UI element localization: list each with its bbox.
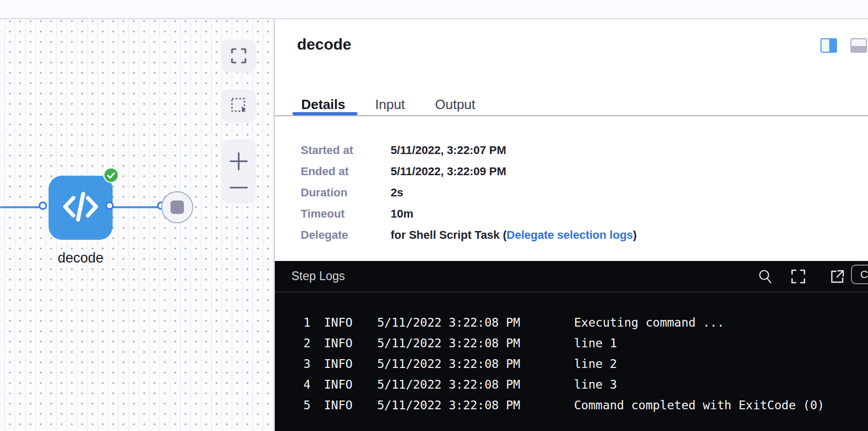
log-level: INFO	[324, 374, 377, 395]
detail-label: Ended at	[301, 161, 391, 182]
stop-icon	[171, 201, 184, 214]
open-in-new-icon[interactable]	[829, 268, 845, 285]
zoom-in-icon[interactable]	[228, 151, 249, 173]
detail-row: Timeout10m	[301, 203, 853, 224]
fit-view-button[interactable]	[222, 40, 256, 73]
log-message: line 3	[574, 374, 868, 395]
detail-value: 2s	[391, 182, 403, 203]
step-logs-console: Step Logs Co 1INFO	[275, 261, 868, 431]
tab-bottom-border	[275, 115, 868, 116]
fit-view-icon	[230, 47, 247, 66]
detail-value: 5/11/2022, 3:22:09 PM	[391, 161, 506, 182]
zoom-controls[interactable]	[222, 140, 256, 204]
top-bar	[0, 0, 868, 19]
log-line: 4INFO5/11/2022 3:22:08 PMline 3	[275, 374, 868, 395]
step-node-decode[interactable]	[49, 176, 113, 240]
log-gap	[311, 333, 324, 353]
log-line-number: 4	[290, 374, 311, 395]
log-line: 5INFO5/11/2022 3:22:08 PMCommand complet…	[275, 395, 868, 415]
log-line: 2INFO5/11/2022 3:22:08 PMline 1	[275, 333, 868, 353]
detail-value: 10m	[391, 203, 413, 224]
log-gap	[311, 374, 324, 395]
delegate-selection-logs-link[interactable]: Delegate selection logs	[507, 228, 633, 241]
detail-row: Started at5/11/2022, 3:22:07 PM	[301, 140, 853, 161]
log-gap	[311, 395, 324, 415]
detail-row: Delegatefor Shell Script Task (Delegate …	[301, 224, 853, 245]
detail-value: for Shell Script Task (Delegate selectio…	[391, 224, 637, 245]
log-gap	[311, 353, 324, 374]
bottom-pane-layout-icon[interactable]	[850, 38, 867, 53]
tab-details[interactable]: Details	[301, 97, 345, 113]
multi-select-icon	[230, 97, 247, 116]
port-node-right[interactable]	[105, 202, 114, 210]
right-pane-layout-icon[interactable]	[820, 38, 837, 53]
step-details-panel: decode Details Input Output Started at5/…	[275, 19, 868, 431]
log-level: INFO	[324, 353, 377, 374]
detail-label: Timeout	[301, 203, 391, 224]
log-level: INFO	[324, 312, 377, 333]
step-logs-header: Step Logs Co	[275, 261, 868, 293]
log-lines[interactable]: 1INFO5/11/2022 3:22:08 PMExecuting comma…	[275, 294, 868, 431]
search-icon[interactable]	[757, 268, 773, 285]
log-timestamp: 5/11/2022 3:22:08 PM	[377, 395, 574, 415]
node-label: decode	[50, 250, 112, 266]
log-line-number: 3	[290, 353, 311, 374]
detail-label: Duration	[301, 182, 391, 203]
log-message: line 1	[574, 333, 868, 353]
multi-select-button[interactable]	[222, 89, 256, 122]
log-level: INFO	[324, 333, 377, 353]
execution-step-view: decode	[0, 0, 868, 431]
detail-value: 5/11/2022, 3:22:07 PM	[391, 140, 506, 161]
log-timestamp: 5/11/2022 3:22:08 PM	[377, 374, 574, 395]
detail-row: Ended at5/11/2022, 3:22:09 PM	[301, 161, 853, 182]
step-logs-title: Step Logs	[291, 269, 345, 283]
zoom-out-icon[interactable]	[228, 184, 249, 192]
port-node-left[interactable]	[39, 202, 47, 210]
log-gap	[311, 312, 324, 333]
tab-input[interactable]: Input	[375, 97, 405, 113]
tab-output[interactable]: Output	[435, 97, 475, 113]
success-check-icon	[103, 167, 119, 183]
code-icon	[61, 190, 100, 226]
detail-row: Duration2s	[301, 182, 853, 203]
log-message: line 2	[574, 353, 868, 374]
console-view-button[interactable]: Co	[851, 265, 868, 284]
log-line-number: 5	[290, 395, 311, 415]
log-line-number: 1	[290, 312, 311, 333]
detail-label: Started at	[301, 140, 391, 161]
log-line: 1INFO5/11/2022 3:22:08 PMExecuting comma…	[275, 312, 868, 333]
edge-incoming	[0, 206, 44, 208]
details-table: Started at5/11/2022, 3:22:07 PMEnded at5…	[301, 140, 853, 245]
pipeline-canvas[interactable]: decode	[0, 19, 274, 431]
log-timestamp: 5/11/2022 3:22:08 PM	[377, 312, 574, 333]
log-level: INFO	[324, 395, 377, 415]
log-timestamp: 5/11/2022 3:22:08 PM	[377, 333, 574, 353]
page-title: decode	[297, 36, 351, 53]
edge-outgoing	[111, 206, 162, 208]
log-timestamp: 5/11/2022 3:22:08 PM	[377, 353, 574, 374]
log-message: Executing command ...	[574, 312, 868, 333]
detail-label: Delegate	[301, 224, 391, 245]
log-message: Command completed with ExitCode (0)	[574, 395, 868, 415]
log-line: 3INFO5/11/2022 3:22:08 PMline 2	[275, 353, 868, 374]
end-node[interactable]	[161, 191, 193, 223]
log-line-number: 2	[290, 333, 311, 353]
expand-icon[interactable]	[790, 268, 807, 285]
